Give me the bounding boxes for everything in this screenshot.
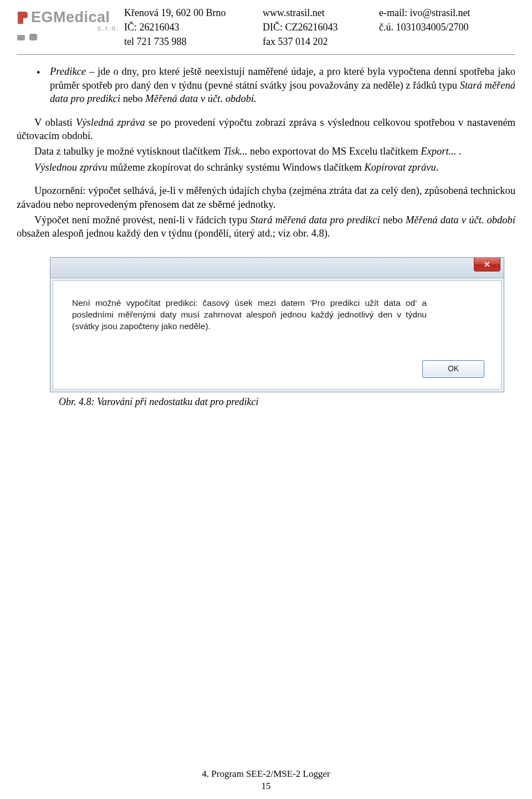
para-vypocet-neni: Výpočet není možné provést, není-li v řá… [17, 213, 515, 240]
dialog-titlebar: ✕ [50, 258, 504, 278]
close-button[interactable]: ✕ [474, 258, 500, 272]
addr: Křenová 19, 602 00 Brno [124, 6, 263, 20]
logo-mini-icons [17, 33, 122, 42]
footer-chapter: 4. Program SEE-2/MSE-2 Logger [0, 768, 532, 780]
bullet-dot-icon: • [37, 65, 50, 105]
page-footer: 4. Program SEE-2/MSE-2 Logger 15 [0, 768, 532, 792]
close-icon: ✕ [484, 259, 490, 269]
svg-rect-0 [17, 35, 25, 40]
logo: EGMedical s.r.o. [17, 6, 122, 42]
page-header: EGMedical s.r.o. Křenová 19, 602 00 Brno… [17, 6, 515, 49]
fax: fax 537 014 202 [263, 34, 379, 49]
dialog-window: ✕ Není možné vypočítat predikci: časový … [50, 257, 504, 392]
web: www.strasil.net [263, 6, 379, 20]
figure-caption: Obr. 4.8: Varování při nedostatku dat pr… [59, 396, 504, 409]
figure-dialog: ✕ Není možné vypočítat predikci: časový … [50, 257, 504, 409]
ok-button-label: OK [448, 363, 459, 374]
header-divider [17, 54, 515, 55]
ic: IČ: 26216043 [124, 20, 263, 34]
tel: tel 721 735 988 [124, 34, 263, 49]
dic: DIČ: CZ26216043 [263, 20, 379, 34]
svg-rect-1 [29, 34, 37, 40]
footer-pagenum: 15 [0, 780, 532, 792]
account: č.ú. 1031034005/2700 [379, 20, 515, 34]
para-upozorneni: Upozornění: výpočet selhává, je-li v měř… [17, 184, 515, 211]
bullet-predikce: • Predikce – jde o dny, pro které ještě … [37, 65, 515, 105]
header-info: Křenová 19, 602 00 Brno IČ: 26216043 tel… [124, 6, 515, 49]
para-vysledna-zprava: V oblasti Výsledná zpráva se po proveden… [17, 116, 515, 143]
para-tisk-export: Data z tabulky je možné vytisknout tlačí… [17, 145, 515, 158]
logo-icon [17, 11, 29, 25]
email: e-mail: ivo@strasil.net [379, 6, 515, 20]
dialog-message: Není možné vypočítat predikci: časový ús… [72, 298, 427, 332]
para-kopirovat: Výslednou zprávu můžeme zkopírovat do sc… [17, 161, 515, 174]
ok-button[interactable]: OK [422, 360, 484, 378]
